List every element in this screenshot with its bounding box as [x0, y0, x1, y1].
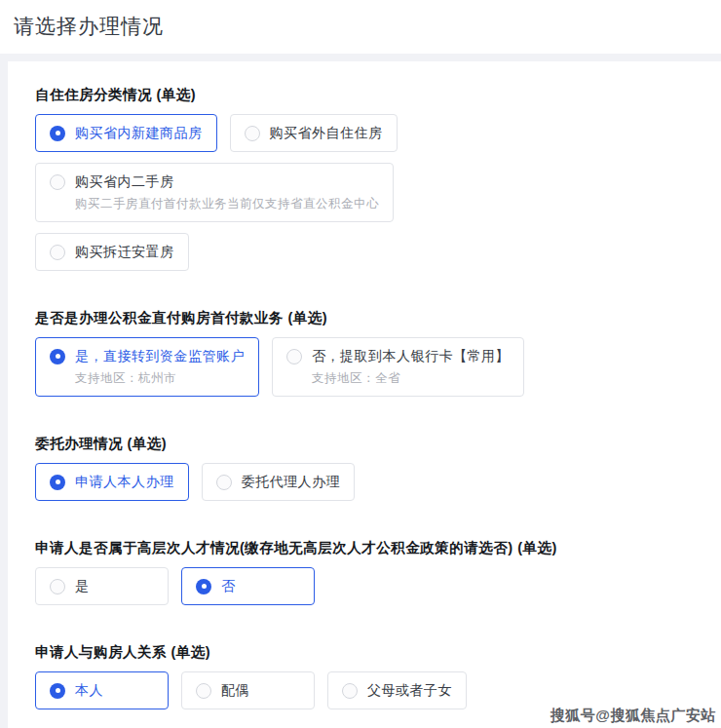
radio-option-resettlement-house[interactable]: 购买拆迁安置房 — [35, 233, 189, 271]
radio-option-agent-handle[interactable]: 委托代理人办理 — [202, 463, 356, 501]
page-title: 请选择办理情况 — [14, 13, 705, 40]
section-high-level-talent: 申请人是否属于高层次人才情况(缴存地无高层次人才公积金政策的请选否) (单选) … — [35, 540, 694, 605]
option-label: 否，提取到本人银行卡【常用】 — [312, 348, 510, 364]
section-delegation: 委托办理情况 (单选) 申请人本人办理 委托代理人办理 — [35, 436, 694, 501]
radio-unselected-icon — [50, 579, 65, 594]
section-buyer-relationship: 申请人与购房人关系 (单选) 本人 配偶 — [35, 644, 694, 709]
radio-option-talent-no[interactable]: 否 — [181, 567, 315, 605]
option-label: 购买省内二手房 — [75, 173, 174, 190]
radio-selected-icon — [196, 579, 211, 594]
section-label: 申请人与购房人关系 (单选) — [35, 644, 694, 660]
radio-selected-icon — [50, 683, 65, 699]
radio-selected-icon — [50, 475, 65, 490]
radio-option-out-of-province-house[interactable]: 购买省外自住住房 — [230, 114, 398, 152]
option-label: 申请人本人办理 — [75, 474, 174, 490]
option-row: 是，直接转到资金监管账户 支持地区：杭州市 否，提取到本人银行卡【常用】 支持地… — [35, 337, 694, 397]
radio-unselected-icon — [50, 245, 65, 260]
radio-option-secondhand-house[interactable]: 购买省内二手房 购买二手房直付首付款业务当前仅支持省直公积金中心 — [35, 163, 394, 222]
option-label: 购买省内新建商品房 — [75, 125, 203, 141]
option-label: 是，直接转到资金监管账户 — [75, 348, 245, 364]
section-label: 自住住房分类情况 (单选) — [35, 87, 694, 102]
option-row: 本人 配偶 父母或者子女 — [35, 671, 694, 709]
radio-unselected-icon — [196, 683, 211, 699]
option-label: 委托代理人办理 — [242, 474, 341, 490]
form-card: 自住住房分类情况 (单选) 购买省内新建商品房 购买省外自住住房 — [8, 61, 721, 728]
section-label: 委托办理情况 (单选) — [35, 436, 694, 451]
section-label: 是否是办理公积金直付购房首付款业务 (单选) — [35, 310, 694, 326]
option-row: 购买省内新建商品房 购买省外自住住房 — [35, 114, 694, 152]
radio-option-yes-supervised-account[interactable]: 是，直接转到资金监管账户 支持地区：杭州市 — [35, 337, 259, 397]
section-housing-type: 自住住房分类情况 (单选) 购买省内新建商品房 购买省外自住住房 — [35, 87, 694, 271]
option-label: 配偶 — [221, 682, 249, 699]
option-label: 购买拆迁安置房 — [75, 244, 174, 260]
radio-option-new-commodity-house[interactable]: 购买省内新建商品房 — [35, 114, 217, 152]
option-subtitle: 购买二手房直付首付款业务当前仅支持省直公积金中心 — [75, 197, 379, 211]
section-direct-payment: 是否是办理公积金直付购房首付款业务 (单选) 是，直接转到资金监管账户 支持地区… — [35, 310, 694, 397]
option-label: 购买省外自住住房 — [270, 125, 383, 141]
radio-unselected-icon — [286, 349, 302, 364]
option-label: 是 — [75, 578, 90, 594]
sohu-watermark: 搜狐号@搜狐焦点广安站 — [550, 707, 716, 725]
option-label: 否 — [221, 578, 236, 594]
radio-selected-icon — [50, 349, 65, 364]
option-subtitle: 支持地区：全省 — [312, 371, 510, 386]
option-row: 购买拆迁安置房 — [35, 233, 694, 271]
radio-option-relation-parents-children[interactable]: 父母或者子女 — [327, 671, 467, 709]
radio-unselected-icon — [245, 126, 260, 141]
option-row: 是 否 — [35, 567, 694, 605]
radio-option-talent-yes[interactable]: 是 — [35, 567, 169, 605]
radio-option-self-handle[interactable]: 申请人本人办理 — [35, 463, 189, 501]
option-label: 本人 — [75, 682, 103, 699]
option-label: 父母或者子女 — [367, 682, 452, 699]
radio-option-relation-spouse[interactable]: 配偶 — [181, 671, 315, 709]
radio-option-relation-self[interactable]: 本人 — [35, 671, 169, 709]
radio-unselected-icon — [342, 683, 358, 699]
radio-selected-icon — [50, 126, 65, 141]
option-row: 申请人本人办理 委托代理人办理 — [35, 463, 694, 501]
section-label: 申请人是否属于高层次人才情况(缴存地无高层次人才公积金政策的请选否) (单选) — [35, 540, 694, 556]
option-subtitle: 支持地区：杭州市 — [75, 371, 245, 386]
page: 请选择办理情况 自住住房分类情况 (单选) 购买省内新建商品房 购买省外自住住房 — [0, 0, 721, 728]
radio-option-no-bank-card[interactable]: 否，提取到本人银行卡【常用】 支持地区：全省 — [272, 337, 524, 397]
option-row: 购买省内二手房 购买二手房直付首付款业务当前仅支持省直公积金中心 — [35, 163, 694, 222]
radio-unselected-icon — [216, 475, 232, 490]
radio-unselected-icon — [50, 174, 65, 190]
page-header: 请选择办理情况 — [0, 0, 721, 54]
